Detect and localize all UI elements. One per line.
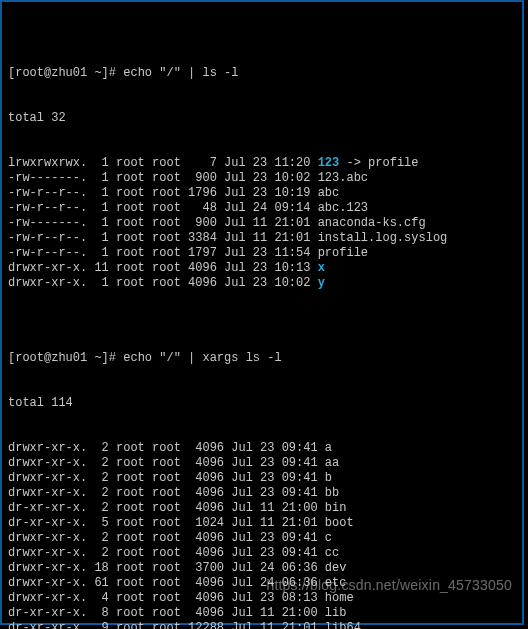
ls-row-meta: -rw-r--r--. 1 root root 1797 Jul 23 11:5…: [8, 246, 318, 260]
ls-row-name: lib64: [325, 621, 361, 629]
ls-row-name: home: [325, 591, 354, 605]
ls-row-name: anaconda-ks.cfg: [318, 216, 426, 230]
shell-command: echo "/" | xargs ls -l: [123, 351, 281, 365]
ls-row: -rw-r--r--. 1 root root 48 Jul 24 09:14 …: [8, 201, 516, 216]
ls-row-name: cc: [325, 546, 339, 560]
shell-command: echo "/" | ls -l: [123, 66, 238, 80]
ls-row-suffix: -> profile: [339, 156, 418, 170]
ls-row-meta: drwxr-xr-x. 11 root root 4096 Jul 23 10:…: [8, 261, 318, 275]
ls-row-meta: drwxr-xr-x. 2 root root 4096 Jul 23 09:4…: [8, 441, 325, 455]
total-line: total 32: [8, 111, 516, 126]
ls-row-name: y: [318, 276, 325, 290]
ls-row: drwxr-xr-x. 2 root root 4096 Jul 23 09:4…: [8, 471, 516, 486]
ls-row-meta: drwxr-xr-x. 61 root root 4096 Jul 24 06:…: [8, 576, 325, 590]
shell-prompt-line: [root@zhu01 ~]# echo "/" | ls -l: [8, 66, 516, 81]
ls-row-name: b: [325, 471, 332, 485]
ls-row-meta: -rw-------. 1 root root 900 Jul 11 21:01: [8, 216, 318, 230]
ls-row-meta: drwxr-xr-x. 1 root root 4096 Jul 23 10:0…: [8, 276, 318, 290]
ls-row-meta: drwxr-xr-x. 2 root root 4096 Jul 23 09:4…: [8, 456, 325, 470]
ls-row: dr-xr-xr-x. 2 root root 4096 Jul 11 21:0…: [8, 501, 516, 516]
shell-prompt-line: [root@zhu01 ~]# echo "/" | xargs ls -l: [8, 351, 516, 366]
ls-row: drwxr-xr-x. 1 root root 4096 Jul 23 10:0…: [8, 276, 516, 291]
ls-row: -rw-r--r--. 1 root root 1797 Jul 23 11:5…: [8, 246, 516, 261]
ls-row: drwxr-xr-x. 11 root root 4096 Jul 23 10:…: [8, 261, 516, 276]
ls-row: drwxr-xr-x. 4 root root 4096 Jul 23 08:1…: [8, 591, 516, 606]
ls-row: drwxr-xr-x. 2 root root 4096 Jul 23 09:4…: [8, 546, 516, 561]
shell-prompt: [root@zhu01 ~]#: [8, 66, 116, 80]
ls-row: drwxr-xr-x. 2 root root 4096 Jul 23 09:4…: [8, 531, 516, 546]
ls-row-name: a: [325, 441, 332, 455]
ls-row-name: abc: [318, 186, 340, 200]
ls-row: dr-xr-xr-x. 8 root root 4096 Jul 11 21:0…: [8, 606, 516, 621]
ls-row-name: bin: [325, 501, 347, 515]
ls-row-name: profile: [318, 246, 368, 260]
ls-row: -rw-r--r--. 1 root root 3384 Jul 11 21:0…: [8, 231, 516, 246]
ls-row: -rw-------. 1 root root 900 Jul 23 10:02…: [8, 171, 516, 186]
ls-row: drwxr-xr-x. 2 root root 4096 Jul 23 09:4…: [8, 486, 516, 501]
ls-row: lrwxrwxrwx. 1 root root 7 Jul 23 11:20 1…: [8, 156, 516, 171]
ls-row-name: c: [325, 531, 332, 545]
ls-row-meta: drwxr-xr-x. 2 root root 4096 Jul 23 09:4…: [8, 471, 325, 485]
ls-row: drwxr-xr-x. 2 root root 4096 Jul 23 09:4…: [8, 441, 516, 456]
ls-row-name: 123.abc: [318, 171, 368, 185]
ls-row-meta: drwxr-xr-x. 2 root root 4096 Jul 23 09:4…: [8, 546, 325, 560]
ls-row: -rw-------. 1 root root 900 Jul 11 21:01…: [8, 216, 516, 231]
ls-row-name: boot: [325, 516, 354, 530]
ls-row-meta: dr-xr-xr-x. 2 root root 4096 Jul 11 21:0…: [8, 501, 325, 515]
ls-row-name: install.log.syslog: [318, 231, 448, 245]
ls-row-meta: drwxr-xr-x. 4 root root 4096 Jul 23 08:1…: [8, 591, 325, 605]
ls-row-meta: lrwxrwxrwx. 1 root root 7 Jul 23 11:20: [8, 156, 318, 170]
ls-row-meta: drwxr-xr-x. 2 root root 4096 Jul 23 09:4…: [8, 486, 325, 500]
ls-row-meta: -rw-r--r--. 1 root root 3384 Jul 11 21:0…: [8, 231, 318, 245]
ls-row-meta: drwxr-xr-x. 18 root root 3700 Jul 24 06:…: [8, 561, 325, 575]
ls-row-meta: -rw-r--r--. 1 root root 48 Jul 24 09:14: [8, 201, 318, 215]
ls-row-name: aa: [325, 456, 339, 470]
ls-row-name: dev: [325, 561, 347, 575]
ls-row-meta: -rw-------. 1 root root 900 Jul 23 10:02: [8, 171, 318, 185]
ls-row: drwxr-xr-x. 2 root root 4096 Jul 23 09:4…: [8, 456, 516, 471]
ls-row-name: lib: [325, 606, 347, 620]
ls-row-name: 123: [318, 156, 340, 170]
ls-output-block: lrwxrwxrwx. 1 root root 7 Jul 23 11:20 1…: [8, 156, 516, 291]
ls-row-name: bb: [325, 486, 339, 500]
ls-row: drwxr-xr-x. 18 root root 3700 Jul 24 06:…: [8, 561, 516, 576]
ls-row: dr-xr-xr-x. 9 root root 12288 Jul 11 21:…: [8, 621, 516, 629]
ls-output-block: drwxr-xr-x. 2 root root 4096 Jul 23 09:4…: [8, 441, 516, 629]
shell-prompt: [root@zhu01 ~]#: [8, 351, 116, 365]
ls-row-name: x: [318, 261, 325, 275]
total-line: total 114: [8, 396, 516, 411]
ls-row-meta: dr-xr-xr-x. 9 root root 12288 Jul 11 21:…: [8, 621, 325, 629]
ls-row-name: abc.123: [318, 201, 368, 215]
ls-row-name: etc: [325, 576, 347, 590]
ls-row-meta: dr-xr-xr-x. 5 root root 1024 Jul 11 21:0…: [8, 516, 325, 530]
ls-row: dr-xr-xr-x. 5 root root 1024 Jul 11 21:0…: [8, 516, 516, 531]
ls-row-meta: drwxr-xr-x. 2 root root 4096 Jul 23 09:4…: [8, 531, 325, 545]
terminal-window[interactable]: [root@zhu01 ~]# echo "/" | ls -l total 3…: [0, 0, 524, 625]
ls-row: -rw-r--r--. 1 root root 1796 Jul 23 10:1…: [8, 186, 516, 201]
ls-row-meta: dr-xr-xr-x. 8 root root 4096 Jul 11 21:0…: [8, 606, 325, 620]
ls-row: drwxr-xr-x. 61 root root 4096 Jul 24 06:…: [8, 576, 516, 591]
ls-row-meta: -rw-r--r--. 1 root root 1796 Jul 23 10:1…: [8, 186, 318, 200]
